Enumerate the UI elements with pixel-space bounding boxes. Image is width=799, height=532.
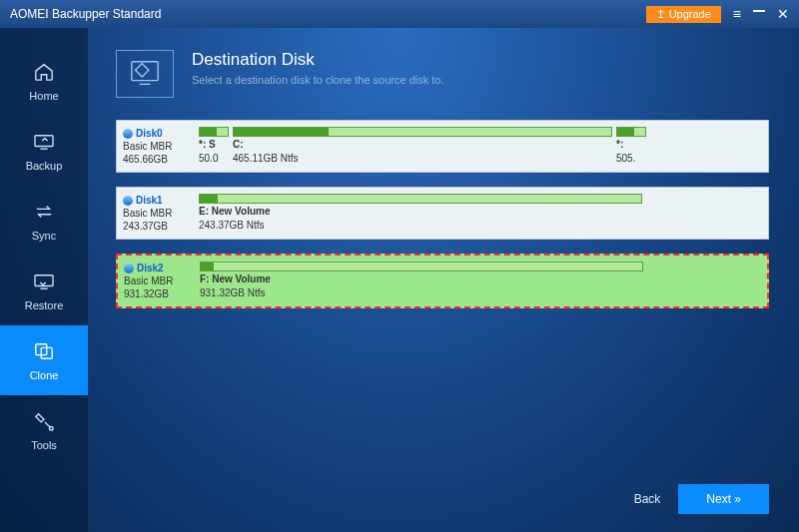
disk-name: Disk2 [124,262,194,274]
disk-type: Basic MBR [123,207,193,220]
next-button[interactable]: Next » [678,484,769,514]
disk-type: Basic MBR [123,140,193,153]
disk-name: Disk0 [123,127,193,140]
tools-icon [32,409,56,433]
disk-size: 931.32GB [124,287,194,300]
disk-icon [124,264,134,273]
sidebar-item-backup[interactable]: Backup [0,116,88,186]
sidebar-item-clone[interactable]: Clone [0,325,88,395]
partition-label: *: S [199,139,229,151]
sidebar-label: Clone [30,369,59,381]
partitions: F: New Volume931.32GB Ntfs [200,262,761,300]
disk-card[interactable]: Disk1Basic MBR243.37GBE: New Volume243.3… [116,187,769,240]
sidebar-label: Backup [26,160,63,172]
home-icon [32,60,56,84]
partition: *: S50.0 [199,127,229,166]
clone-icon [32,339,56,363]
disk-name: Disk1 [123,194,193,207]
sidebar-item-tools[interactable]: Tools [0,395,88,465]
disk-icon [123,129,133,139]
svg-point-4 [49,426,53,430]
disk-size: 243.37GB [123,220,193,233]
partition-label: E: New Volume [199,206,642,218]
sidebar-item-restore[interactable]: Restore [0,256,88,325]
partition: E: New Volume243.37GB Ntfs [199,194,642,233]
disk-type: Basic MBR [124,274,194,287]
partition-label: C: [233,139,612,151]
disk-card[interactable]: Disk0Basic MBR465.66GB*: S50.0C:465.11GB… [116,120,769,173]
disk-list: Disk0Basic MBR465.66GB*: S50.0C:465.11GB… [116,120,769,308]
sync-icon [32,200,56,224]
svg-rect-0 [35,136,53,147]
partition-bar [199,127,229,137]
sidebar: Home Backup Sync Restore Clone Tools [0,28,88,532]
disk-info: Disk2Basic MBR931.32GB [124,262,194,300]
partition-detail: 505. [616,153,646,165]
sidebar-item-sync[interactable]: Sync [0,186,88,256]
disk-info: Disk1Basic MBR243.37GB [123,194,193,233]
upgrade-label: Upgrade [669,8,711,20]
partition-detail: 931.32GB Ntfs [200,287,643,299]
disk-info: Disk0Basic MBR465.66GB [123,127,193,166]
back-button[interactable]: Back [634,492,661,506]
partitions: E: New Volume243.37GB Ntfs [199,194,762,233]
sidebar-label: Tools [31,439,57,451]
partition: C:465.11GB Ntfs [233,127,612,166]
disk-card[interactable]: Disk2Basic MBR931.32GBF: New Volume931.3… [116,254,769,308]
sidebar-item-home[interactable]: Home [0,46,88,116]
menu-icon[interactable]: ≡ [733,6,741,22]
sidebar-label: Home [29,90,58,102]
upgrade-arrow-icon: ↥ [656,8,665,21]
partition: F: New Volume931.32GB Ntfs [200,262,643,300]
partition-bar [199,194,642,204]
minimize-icon[interactable] [753,10,765,12]
restore-icon [32,269,56,293]
destination-disk-icon [116,50,174,98]
partition-detail: 50.0 [199,153,229,165]
page-subtitle: Select a destination disk to clone the s… [192,74,444,86]
page-title: Destination Disk [192,50,444,70]
sidebar-label: Restore [25,299,64,311]
upgrade-button[interactable]: ↥ Upgrade [646,6,721,23]
disk-size: 465.66GB [123,153,193,166]
partition-bar [616,127,646,137]
partition-bar [233,127,612,137]
svg-rect-6 [136,64,149,77]
close-icon[interactable]: ✕ [777,6,789,22]
backup-icon [32,130,56,154]
sidebar-label: Sync [32,230,56,242]
app-title: AOMEI Backupper Standard [10,7,646,21]
titlebar: AOMEI Backupper Standard ↥ Upgrade ≡ ✕ [0,0,799,28]
partition-label: F: New Volume [200,273,643,285]
partition-detail: 465.11GB Ntfs [233,153,612,165]
partition: *:505. [616,127,646,166]
partition-bar [200,262,643,271]
partition-detail: 243.37GB Ntfs [199,220,642,232]
partition-label: *: [616,139,646,151]
disk-icon [123,196,133,206]
partitions: *: S50.0C:465.11GB Ntfs*:505. [199,127,762,166]
